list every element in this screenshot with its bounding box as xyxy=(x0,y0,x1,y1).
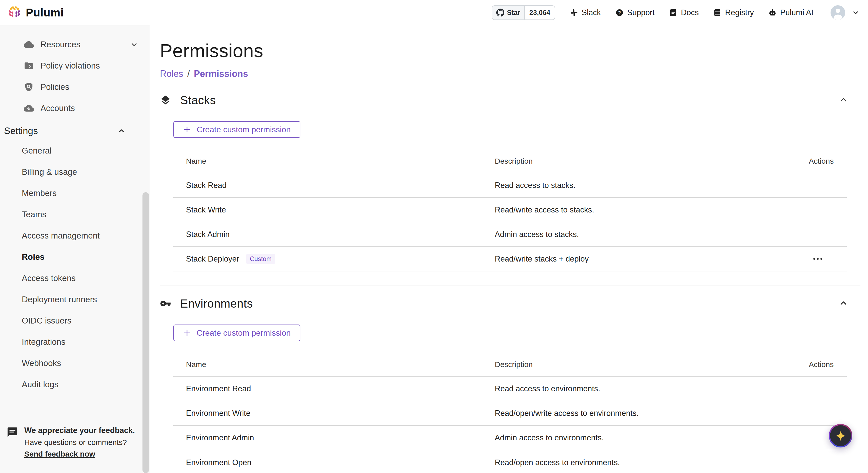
nav-item-pulumi-ai[interactable]: Pulumi AI xyxy=(769,8,813,17)
ai-assistant-fab[interactable] xyxy=(829,424,852,447)
sidebar-item-label: Resources xyxy=(40,40,81,49)
sidebar-item-policy-violations[interactable]: Policy violations xyxy=(0,55,150,76)
column-header-actions: Actions xyxy=(809,157,847,165)
table-row: Stack Admin Admin access to stacks. xyxy=(173,222,847,247)
section-stacks-header: Stacks xyxy=(160,93,860,107)
permissions-table-stacks: Name Description Actions Stack Read Read… xyxy=(173,150,847,272)
top-navbar: Pulumi Star 23,064 Slack ? xyxy=(0,0,868,25)
permission-description: Read/write access to stacks. xyxy=(495,206,809,215)
svg-text:?: ? xyxy=(618,10,621,15)
permission-name: Environment Read xyxy=(173,384,495,393)
github-star-widget[interactable]: Star 23,064 xyxy=(492,5,555,20)
create-button-label: Create custom permission xyxy=(197,328,291,338)
sidebar-item-oidc-issuers[interactable]: OIDC issuers xyxy=(0,310,150,332)
sidebar-item-audit-logs[interactable]: Audit logs xyxy=(0,374,150,395)
sidebar-item-deployment-runners[interactable]: Deployment runners xyxy=(0,289,150,310)
permission-description: Read/write stacks + deploy xyxy=(495,254,809,263)
sidebar-item-webhooks[interactable]: Webhooks xyxy=(0,353,150,374)
page-title: Permissions xyxy=(160,40,860,61)
registry-icon xyxy=(713,9,721,17)
permission-description: Read/open/write access to environments. xyxy=(495,409,809,418)
chevron-down-icon[interactable] xyxy=(130,40,138,49)
create-custom-permission-button[interactable]: Create custom permission xyxy=(173,121,300,138)
sidebar-item-access-management[interactable]: Access management xyxy=(0,225,150,246)
permission-description: Admin access to stacks. xyxy=(495,230,809,239)
sparkle-ai-icon xyxy=(830,425,851,446)
column-header-name: Name xyxy=(173,360,495,369)
sidebar-item-general[interactable]: General xyxy=(0,140,150,161)
table-row: Environment Write Read/open/write access… xyxy=(173,401,847,426)
row-actions-menu-button[interactable] xyxy=(811,254,825,263)
sidebar-scrollbar[interactable] xyxy=(143,192,149,473)
nav-item-docs[interactable]: Docs xyxy=(669,8,699,17)
sidebar-item-accounts[interactable]: Accounts xyxy=(0,98,150,119)
nav-item-label: Registry xyxy=(725,8,754,17)
sidebar-item-label: Policies xyxy=(40,82,69,92)
sidebar-item-policies[interactable]: Policies xyxy=(0,76,150,98)
permissions-table-environments: Name Description Actions Environment Rea… xyxy=(173,353,847,473)
permission-name: Environment Write xyxy=(173,409,495,418)
nav-item-registry[interactable]: Registry xyxy=(713,8,754,17)
layers-icon xyxy=(160,95,171,106)
section-title: Stacks xyxy=(180,93,216,107)
feedback-question: Have questions or comments? xyxy=(24,438,150,447)
breadcrumb-roles-link[interactable]: Roles xyxy=(160,68,183,79)
sidebar-item-label: Accounts xyxy=(40,103,75,113)
sidebar-item-members[interactable]: Members xyxy=(0,183,150,204)
permission-name: Stack Read xyxy=(173,181,495,190)
sidebar: Resources Policy violations Policies xyxy=(0,25,150,473)
sidebar-item-billing-usage[interactable]: Billing & usage xyxy=(0,161,150,183)
chat-bubble-icon xyxy=(7,427,18,439)
breadcrumb-current: Permissions xyxy=(194,68,248,79)
plus-icon xyxy=(183,329,191,337)
create-custom-permission-button[interactable]: Create custom permission xyxy=(173,324,300,341)
sidebar-item-resources[interactable]: Resources xyxy=(0,34,150,55)
user-avatar[interactable] xyxy=(831,5,845,20)
collapse-section-button[interactable] xyxy=(837,94,850,107)
chevron-up-icon xyxy=(839,95,848,105)
collapse-section-button[interactable] xyxy=(837,297,850,310)
table-row: Stack Read Read access to stacks. xyxy=(173,173,847,198)
column-header-description: Description xyxy=(495,360,809,369)
github-star-button[interactable]: Star xyxy=(492,6,525,20)
account-menu[interactable] xyxy=(831,5,859,20)
sidebar-item-label: Policy violations xyxy=(40,61,100,70)
pulumi-logo-icon xyxy=(8,5,22,20)
sidebar-item-teams[interactable]: Teams xyxy=(0,204,150,225)
sidebar-item-integrations[interactable]: Integrations xyxy=(0,332,150,353)
permission-description: Read access to stacks. xyxy=(495,181,809,190)
github-icon xyxy=(496,9,504,17)
permission-description: Read/open access to environments. xyxy=(495,458,809,467)
cloud-icon xyxy=(24,39,34,50)
sidebar-settings-group: General Billing & usage Members Teams Ac… xyxy=(0,140,150,395)
table-row: Stack Write Read/write access to stacks. xyxy=(173,198,847,222)
custom-badge: Custom xyxy=(246,254,275,264)
folder-policy-icon xyxy=(24,61,34,71)
pulumi-logo[interactable]: Pulumi xyxy=(8,5,64,20)
settings-header-label: Settings xyxy=(4,126,38,136)
section-environments: Environments Create custom permission Na… xyxy=(160,297,860,473)
table-row: Environment Read Read access to environm… xyxy=(173,377,847,401)
sidebar-item-roles[interactable]: Roles xyxy=(0,246,150,267)
nav-item-label: Slack xyxy=(582,8,601,17)
table-header-row: Name Description Actions xyxy=(173,353,847,377)
main-content: Permissions Roles / Permissions Stacks C… xyxy=(151,25,868,473)
github-star-count[interactable]: 23,064 xyxy=(525,6,555,20)
breadcrumb: Roles / Permissions xyxy=(160,68,860,79)
nav-right-group: Star 23,064 Slack ? Support xyxy=(492,5,859,20)
create-button-label: Create custom permission xyxy=(197,125,291,134)
nav-item-slack[interactable]: Slack xyxy=(570,8,601,17)
cloud-download-icon xyxy=(24,103,34,113)
nav-item-support[interactable]: ? Support xyxy=(615,8,655,17)
chevron-up-icon[interactable] xyxy=(117,127,126,135)
chevron-down-icon[interactable] xyxy=(852,9,859,17)
key-icon xyxy=(160,298,171,309)
sidebar-settings-header[interactable]: Settings xyxy=(0,122,150,140)
nav-item-label: Pulumi AI xyxy=(780,8,813,17)
sidebar-item-access-tokens[interactable]: Access tokens xyxy=(0,267,150,289)
section-stacks: Stacks Create custom permission Name Des… xyxy=(160,93,860,272)
permission-name: Stack Write xyxy=(173,206,495,215)
slack-icon xyxy=(570,9,578,17)
brand-wordmark: Pulumi xyxy=(26,6,64,19)
send-feedback-link[interactable]: Send feedback now xyxy=(24,450,95,458)
